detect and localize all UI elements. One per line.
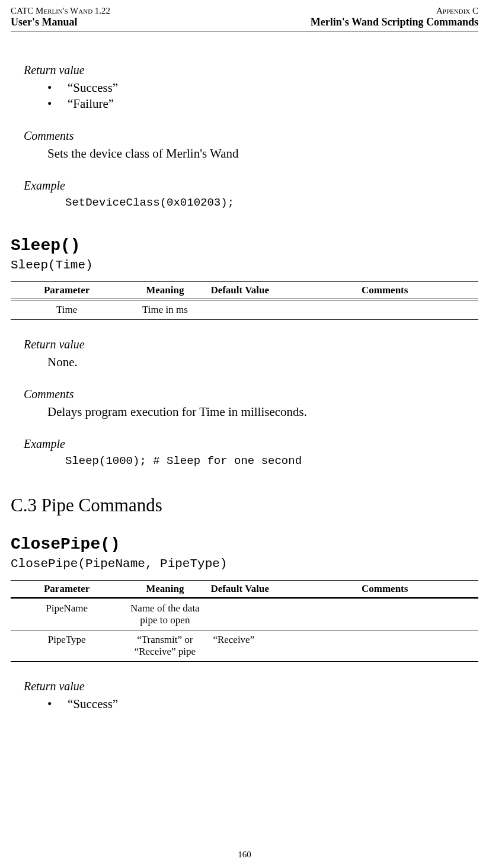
header-top-left: CATC Merlin's Wand 1.22 [11, 6, 110, 16]
table-row: Time Time in ms [11, 300, 478, 320]
td-default [207, 598, 291, 630]
header-line2-left: User's Manual [11, 16, 78, 28]
sleep-command-signature: Sleep(Time) [11, 258, 478, 272]
td-param: Time [11, 300, 123, 320]
sleep-command-name: Sleep() [11, 236, 478, 255]
bullet-text: “Failure” [68, 97, 114, 111]
bullet-text: “Success” [68, 697, 118, 712]
th-parameter: Parameter [11, 581, 123, 598]
bullet-text: “Success” [68, 81, 118, 95]
td-default: “Receive” [207, 630, 291, 662]
td-comments [291, 598, 478, 630]
example-code-2: Sleep(1000); # Sleep for one second [65, 454, 478, 467]
header-line2-row: User's Manual Merlin's Wand Scripting Co… [11, 16, 478, 30]
header-rule [11, 31, 478, 31]
td-meaning: Name of the data pipe to open [123, 598, 207, 630]
header-top-row: CATC Merlin's Wand 1.22 Appendix C [11, 6, 478, 16]
td-param: PipeType [11, 630, 123, 662]
header-top-right: Appendix C [436, 6, 478, 16]
table-header-row: Parameter Meaning Default Value Comments [11, 581, 478, 598]
comments-heading-1: Comments [24, 129, 478, 143]
return-value-heading-2: Return value [24, 338, 478, 351]
td-meaning: Time in ms [123, 300, 207, 320]
th-default: Default Value [207, 581, 291, 598]
table-row: PipeName Name of the data pipe to open [11, 598, 478, 630]
return-value-body-2: None. [47, 355, 478, 370]
td-default [207, 300, 291, 320]
th-comments: Comments [291, 282, 478, 300]
th-comments: Comments [291, 581, 478, 598]
return-value-heading-3: Return value [24, 680, 478, 693]
bullet-item: •“Success” [47, 81, 478, 95]
td-param: PipeName [11, 598, 123, 630]
th-meaning: Meaning [123, 282, 207, 300]
th-parameter: Parameter [11, 282, 123, 300]
sleep-param-table: Parameter Meaning Default Value Comments… [11, 281, 478, 320]
th-default: Default Value [207, 282, 291, 300]
td-comments [291, 630, 478, 662]
comments-heading-2: Comments [24, 387, 478, 401]
bullet-item: •“Failure” [47, 97, 478, 111]
closepipe-command-name: ClosePipe() [11, 535, 478, 553]
example-heading-1: Example [24, 179, 478, 193]
td-comments [291, 300, 478, 320]
comments-body-1: Sets the device class of Merlin's Wand [47, 146, 478, 161]
table-header-row: Parameter Meaning Default Value Comments [11, 282, 478, 300]
page-number: 160 [0, 850, 489, 860]
header-line2-right: Merlin's Wand Scripting Commands [311, 16, 478, 28]
example-code-1: SetDeviceClass(0x010203); [65, 196, 478, 209]
bullet-item: •“Success” [47, 697, 478, 712]
closepipe-param-table: Parameter Meaning Default Value Comments… [11, 580, 478, 662]
th-meaning: Meaning [123, 581, 207, 598]
td-meaning: “Transmit” or “Receive” pipe [123, 630, 207, 662]
closepipe-command-signature: ClosePipe(PipeName, PipeType) [11, 557, 478, 571]
return-value-heading-1: Return value [24, 63, 478, 77]
section-c3-heading: C.3 Pipe Commands [11, 495, 478, 516]
table-row: PipeType “Transmit” or “Receive” pipe “R… [11, 630, 478, 662]
comments-body-2: Delays program execution for Time in mil… [47, 405, 478, 419]
example-heading-2: Example [24, 437, 478, 451]
